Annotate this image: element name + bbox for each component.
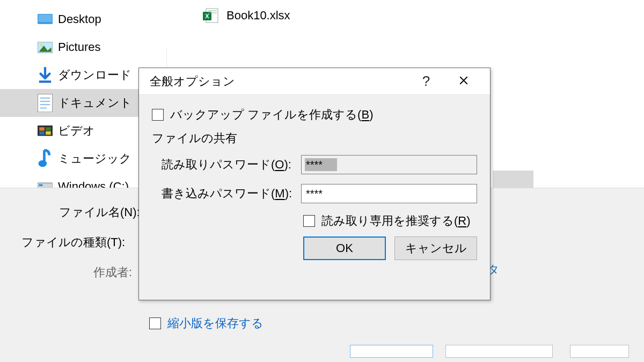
sidebar-item-desktop[interactable]: Desktop <box>0 5 166 33</box>
svg-rect-5 <box>39 80 51 83</box>
ghost-button[interactable] <box>570 345 629 358</box>
svg-text:X: X <box>205 13 209 19</box>
sidebar-item-label: Pictures <box>58 40 100 54</box>
readonly-recommend-row[interactable]: 読み取り専用を推奨する(R) <box>303 213 477 229</box>
file-sharing-section-label: ファイルの共有 <box>152 130 477 146</box>
close-icon <box>459 76 469 85</box>
help-button[interactable]: ? <box>407 73 445 90</box>
music-icon <box>38 152 53 165</box>
document-icon <box>38 97 53 109</box>
ok-button[interactable]: OK <box>303 237 386 260</box>
svg-rect-14 <box>39 131 45 135</box>
write-password-input[interactable] <box>301 184 477 203</box>
thumbnail-label: 縮小版を保存する <box>167 315 264 331</box>
file-list-area: X Book10.xlsx <box>166 0 644 48</box>
svg-rect-6 <box>38 94 53 112</box>
dialog-button-row: OK キャンセル <box>303 237 477 260</box>
svg-point-4 <box>40 43 43 46</box>
backup-label: バックアップ ファイルを作成する(B) <box>170 107 373 123</box>
read-password-input[interactable] <box>301 155 477 174</box>
sidebar-item-label: ダウンロード <box>58 67 131 83</box>
file-name: Book10.xlsx <box>226 9 290 23</box>
read-password-label: 読み取りパスワード(O): <box>152 157 301 173</box>
svg-rect-13 <box>46 128 51 131</box>
sidebar-item-label: Desktop <box>58 12 101 26</box>
monitor-icon <box>38 13 53 26</box>
write-password-label: 書き込みパスワード(M): <box>152 186 301 202</box>
checkbox-icon[interactable] <box>149 317 161 329</box>
pictures-icon <box>38 41 53 54</box>
write-password-row: 書き込みパスワード(M): <box>152 184 477 203</box>
download-icon <box>38 69 53 82</box>
dialog-title: 全般オプション <box>147 73 235 90</box>
backup-checkbox-row[interactable]: バックアップ ファイルを作成する(B) <box>152 107 477 123</box>
author-label: 作成者: <box>93 264 132 280</box>
sidebar-item-label: ミュージック <box>58 151 131 167</box>
filetype-label: ファイルの種類(T): <box>21 234 125 250</box>
file-item[interactable]: X Book10.xlsx <box>203 8 290 24</box>
cancel-button[interactable]: キャンセル <box>394 237 477 260</box>
sidebar-item-label: ドキュメント <box>58 95 132 111</box>
video-icon <box>38 124 53 137</box>
read-password-row: 読み取りパスワード(O): <box>152 155 477 174</box>
sidebar-item-pictures[interactable]: Pictures <box>0 33 166 61</box>
sidebar-item-label: ビデオ <box>58 123 95 139</box>
ghost-button[interactable] <box>445 345 553 358</box>
checkbox-icon[interactable] <box>152 109 164 121</box>
scroll-shade <box>493 171 533 188</box>
thumbnail-checkbox-row[interactable]: 縮小版を保存する <box>149 315 264 331</box>
svg-rect-12 <box>39 128 45 131</box>
close-button[interactable] <box>445 75 482 88</box>
checkbox-icon[interactable] <box>303 215 315 227</box>
svg-point-16 <box>39 160 47 167</box>
excel-file-icon: X <box>203 8 219 24</box>
filename-label: ファイル名(N): <box>59 204 140 220</box>
dialog-titlebar: 全般オプション ? <box>139 68 490 95</box>
general-options-dialog: 全般オプション ? バックアップ ファイルを作成する(B) ファイルの共有 読み… <box>138 68 491 300</box>
readonly-recommend-label: 読み取り専用を推奨する(R) <box>321 213 471 229</box>
ghost-button[interactable] <box>350 345 433 358</box>
svg-rect-18 <box>39 184 42 186</box>
svg-rect-15 <box>46 131 51 135</box>
svg-rect-1 <box>38 14 52 22</box>
